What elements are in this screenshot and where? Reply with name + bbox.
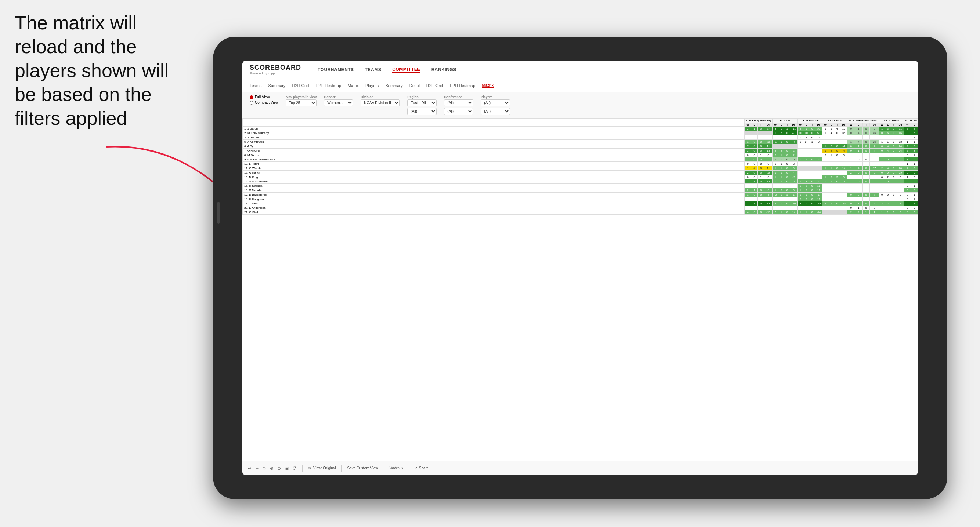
full-view-radio xyxy=(250,95,253,99)
table-row: 8. M Torres 0010 0102 0103 01 xyxy=(243,153,918,157)
toolbar-separator-3 xyxy=(384,465,384,472)
filter-division: Division NCAA Division II NCAA Division … xyxy=(361,95,400,106)
table-row: 1. J Garcia 31027 301-11 41050 11410 010… xyxy=(243,127,918,131)
max-players-select[interactable]: Top 25 Top 50 All xyxy=(286,100,317,106)
filter-gender: Gender Women's Men's xyxy=(324,95,353,106)
subnav-h2h-heatmap2[interactable]: H2H Heatmap xyxy=(450,83,476,88)
refresh-icon[interactable]: ⟳ xyxy=(262,466,266,471)
logo-text: SCOREBOARD xyxy=(250,64,301,71)
table-row: 10. L Perini 0000 0102 11 xyxy=(243,162,918,166)
view-original-label: View: Original xyxy=(313,466,336,470)
table-row: 21. O Stoll 400-19 21014 110-14 2211 110… xyxy=(243,210,918,215)
table-row: 11. G Woods 14011 1100 11014 14017 24020… xyxy=(243,166,918,171)
filter-max-players: Max players in view Top 25 Top 50 All xyxy=(286,95,317,106)
table-row: 3. S Jelinek 02017 01 xyxy=(243,135,918,140)
save-custom-view-btn[interactable]: Save Custom View xyxy=(347,466,378,470)
table-row: 13. N Klug 0010 110-2 1033 0200 10 xyxy=(243,175,918,179)
col-header-woods: 11. G Woods xyxy=(797,119,822,123)
table-row: 18. H Hodgson 00011 01 xyxy=(243,197,918,202)
gender-label: Gender xyxy=(324,95,353,99)
grid-icon[interactable]: ▣ xyxy=(285,466,289,471)
toolbar-separator xyxy=(302,465,302,472)
region-label: Region xyxy=(407,95,437,99)
table-row: 15. H Stranda 02011 01 xyxy=(243,184,918,188)
share-btn[interactable]: ↗ Share xyxy=(415,466,429,470)
nav-teams[interactable]: TEAMS xyxy=(365,67,382,72)
filter-players: Players (All) (All) xyxy=(480,95,510,115)
table-row: 7. O Mitchell 30018 2202 120-4 0104 0402… xyxy=(243,149,918,153)
division-select[interactable]: NCAA Division II NCAA Division I NCAA Di… xyxy=(361,100,400,106)
nav-tournaments[interactable]: TOURNAMENTS xyxy=(318,67,354,72)
col-header-mulcahy: 2. M Kelly Mulcahy xyxy=(745,119,773,123)
gender-select[interactable]: Women's Men's xyxy=(324,100,353,106)
share-icon: ↗ xyxy=(415,466,417,470)
tablet-button-left xyxy=(217,202,220,224)
view-icon: 👁 xyxy=(308,466,312,470)
table-row: 16. X Mcgaha 2100 1003 10011 03 xyxy=(243,188,918,193)
conference-label: Conference xyxy=(444,95,473,99)
logo-sub: Powered by clippd xyxy=(250,71,301,75)
col-header-ady: 6. A Dy xyxy=(773,119,797,123)
redo-icon[interactable]: ↪ xyxy=(255,466,259,471)
table-row: 19. J Karrh 31018 400-20 300-15 210-18 0… xyxy=(243,202,918,206)
players-sub-select[interactable]: (All) xyxy=(480,108,510,115)
table-row: 9. A Maria Jimenez Rios 1005 100-7 0102 … xyxy=(243,157,918,162)
subnav-summary2[interactable]: Summary xyxy=(385,83,403,88)
table-row: 6. A Dy 70011 120-4 0104 04024 23 xyxy=(243,144,918,149)
toolbar-separator-2 xyxy=(342,465,342,472)
table-row: 17. D Ballesteros 1005 -2031 1101 0207 0… xyxy=(243,193,918,197)
tablet-frame: SCOREBOARD Powered by clippd TOURNAMENTS… xyxy=(213,37,947,499)
annotation-text: The matrix will reload and the players s… xyxy=(15,11,169,130)
full-view-label: Full View xyxy=(255,95,269,99)
col-header-za: 60. W Za xyxy=(904,119,918,123)
players-select[interactable]: (All) xyxy=(480,100,510,106)
filter-bar: Full View Compact View Max players in vi… xyxy=(242,92,918,118)
app-header: SCOREBOARD Powered by clippd TOURNAMENTS… xyxy=(242,60,918,79)
col-header-webb: 38. A Webb xyxy=(879,119,904,123)
table-row: 12. A Bianchi 200-18 1104 2000 00025 00 xyxy=(243,171,918,175)
full-view-option[interactable]: Full View xyxy=(250,95,278,99)
zoom-in-icon[interactable]: ⊕ xyxy=(270,466,274,471)
toolbar-separator-4 xyxy=(409,465,409,472)
subnav-players[interactable]: Players xyxy=(365,83,379,88)
matrix-container[interactable]: 2. M Kelly Mulcahy 6. A Dy 11. G Woods 2… xyxy=(242,118,918,467)
nav-rankings[interactable]: RANKINGS xyxy=(431,67,457,72)
compact-view-radio xyxy=(250,101,253,105)
subnav-h2h-grid1[interactable]: H2H Grid xyxy=(292,83,309,88)
filter-region: Region East - DII (All) (All) xyxy=(407,95,437,115)
filter-conference: Conference (All) (All) xyxy=(444,95,473,115)
max-players-label: Max players in view xyxy=(286,95,317,99)
zoom-fit-icon[interactable]: ⊙ xyxy=(277,466,281,471)
col-header-schumac: 23. L Marie Schumac. xyxy=(848,119,879,123)
subnav-matrix2[interactable]: Matrix xyxy=(482,83,493,88)
main-nav: TOURNAMENTS TEAMS COMMITTEE RANKINGS xyxy=(312,67,462,73)
conference-sub-select[interactable]: (All) xyxy=(444,108,473,115)
region-select[interactable]: East - DII (All) xyxy=(407,100,437,106)
conference-select[interactable]: (All) xyxy=(444,100,473,106)
tablet-screen: SCOREBOARD Powered by clippd TOURNAMENTS… xyxy=(242,60,918,475)
subnav-detail[interactable]: Detail xyxy=(409,83,420,88)
rank-col-header xyxy=(243,119,745,127)
footer-toolbar: ↩ ↪ ⟳ ⊕ ⊙ ▣ ⏱ 👁 View: Original Save Cust… xyxy=(242,460,918,475)
players-label: Players xyxy=(480,95,510,99)
subnav-h2h-heatmap1[interactable]: H2H Heatmap xyxy=(315,83,341,88)
subnav-summary1[interactable]: Summary xyxy=(268,83,285,88)
undo-icon[interactable]: ↩ xyxy=(248,466,251,471)
nav-committee[interactable]: COMMITTEE xyxy=(392,67,420,73)
division-label: Division xyxy=(361,95,400,99)
watch-label: Watch xyxy=(390,466,400,470)
subnav-h2h-grid2[interactable]: H2H Grid xyxy=(426,83,443,88)
subnav-matrix1[interactable]: Matrix xyxy=(348,83,359,88)
watch-btn[interactable]: Watch ▾ xyxy=(390,466,403,470)
logo-area: SCOREBOARD Powered by clippd xyxy=(250,64,301,75)
timer-icon[interactable]: ⏱ xyxy=(292,466,297,471)
table-row: 5. A Nomrowski 100-15 -110-4 01410 14025… xyxy=(243,140,918,144)
watch-chevron-icon: ▾ xyxy=(401,466,403,470)
subnav-teams[interactable]: Teams xyxy=(250,83,261,88)
region-sub-select[interactable]: (All) xyxy=(407,108,437,115)
table-row: 20. E Andersson 0108 00 xyxy=(243,206,918,210)
view-original-btn[interactable]: 👁 View: Original xyxy=(308,466,336,470)
compact-view-option[interactable]: Compact View xyxy=(250,100,278,105)
table-row: 14. S Srichantamit 31018 0105 1204 0105 … xyxy=(243,179,918,184)
col-header-ostoll: 21. O Stoll xyxy=(822,119,848,123)
